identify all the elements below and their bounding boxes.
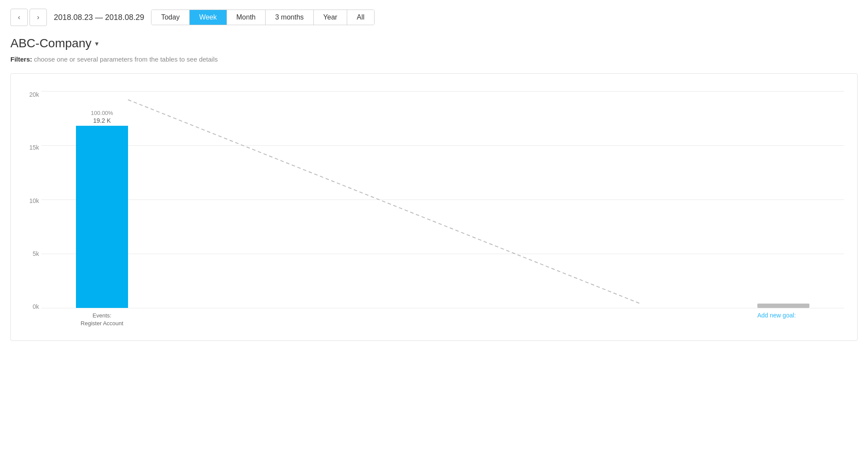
grid-line-0 — [41, 91, 844, 92]
y-label-10k: 10k — [29, 197, 39, 204]
y-label-0k: 0k — [33, 303, 39, 310]
tab-year[interactable]: Year — [314, 10, 347, 25]
y-label-5k: 5k — [33, 250, 39, 257]
y-label-15k: 15k — [29, 144, 39, 151]
next-button[interactable]: › — [30, 9, 47, 26]
header-nav: ‹ › 2018.08.23 — 2018.08.29 Today Week M… — [10, 9, 858, 26]
chart-area: 100.00% 19.2 K Events: Register Account … — [41, 91, 844, 308]
bar-rect — [76, 126, 128, 308]
tab-all[interactable]: All — [347, 10, 374, 25]
nav-arrows: ‹ › — [10, 9, 47, 26]
tab-3months[interactable]: 3 months — [266, 10, 314, 25]
filters-hint: choose one or several parameters from th… — [34, 56, 218, 63]
tab-month[interactable]: Month — [227, 10, 266, 25]
filters-label: Filters: — [10, 56, 32, 63]
company-name: ABC-Company — [10, 36, 92, 50]
chart-container: 20k 15k 10k 5k 0k 100.00% 19.2 K Events:… — [10, 73, 858, 341]
y-label-20k: 20k — [29, 91, 39, 98]
bar-percent: 100.00% — [91, 110, 113, 116]
tab-today[interactable]: Today — [151, 10, 190, 25]
grid-line-50 — [41, 199, 844, 200]
chart-bottom — [41, 308, 844, 332]
grid-line-25 — [41, 145, 844, 146]
grid-lines — [41, 91, 844, 308]
date-range: 2018.08.23 — 2018.08.29 — [54, 13, 144, 22]
bar-value: 19.2 K — [93, 117, 111, 124]
y-axis: 20k 15k 10k 5k 0k — [15, 74, 39, 314]
goal-bar-rect — [757, 304, 809, 308]
prev-button[interactable]: ‹ — [10, 9, 28, 26]
company-title: ABC-Company ▾ — [10, 36, 858, 50]
filters-bar: Filters: choose one or several parameter… — [10, 56, 858, 63]
tab-week[interactable]: Week — [190, 10, 227, 25]
goal-group: Add new goal: — [757, 304, 809, 308]
bar-group: 100.00% 19.2 K — [76, 110, 128, 308]
grid-line-75 — [41, 254, 844, 254]
period-tabs: Today Week Month 3 months Year All — [151, 10, 375, 25]
company-dropdown-icon[interactable]: ▾ — [95, 39, 99, 48]
